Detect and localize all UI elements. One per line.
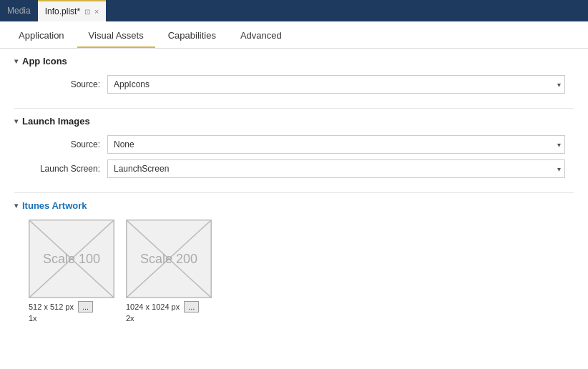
- artwork-item-1x: Scale 100 512 x 512 px ... 1x: [29, 220, 114, 323]
- section-launch-images-title: Launch Images: [22, 116, 90, 127]
- artwork-item-2x: Scale 200 1024 x 1024 px ... 2x: [126, 220, 212, 323]
- launch-images-source-label: Source:: [29, 139, 107, 149]
- tab-advanced[interactable]: Advanced: [229, 24, 293, 48]
- artwork-scale-label-1x: Scale 100: [43, 252, 100, 267]
- section-itunes-header: ▾ Itunes Artwork: [14, 200, 574, 211]
- artwork-browse-btn-1x[interactable]: ...: [78, 301, 93, 313]
- app-icons-source-select-wrapper: AppIcons None Custom ▾: [107, 75, 565, 94]
- tab-capabilities[interactable]: Capabilities: [157, 24, 227, 48]
- divider-2: [14, 192, 574, 193]
- section-itunes-artwork: ▾ Itunes Artwork Scale 100 512 x 512 px …: [14, 200, 574, 323]
- artwork-label-row-2x: 1024 x 1024 px ...: [126, 301, 199, 313]
- launch-screen-row: Launch Screen: LaunchScreen None Custom …: [14, 159, 574, 178]
- artwork-size-2x: 1024 x 1024 px: [126, 302, 180, 311]
- artwork-browse-btn-2x[interactable]: ...: [184, 301, 199, 313]
- app-icons-source-select[interactable]: AppIcons None Custom: [107, 75, 565, 94]
- chevron-itunes[interactable]: ▾: [14, 202, 18, 210]
- close-icon[interactable]: ×: [94, 7, 99, 16]
- artwork-scale-label-2x: Scale 200: [140, 252, 197, 267]
- artwork-box-1x: Scale 100: [29, 220, 114, 298]
- section-launch-images-header: ▾ Launch Images: [14, 116, 574, 127]
- artwork-scale-2x: 2x: [126, 314, 134, 323]
- nav-tabs: Application Visual Assets Capabilities A…: [0, 21, 588, 49]
- section-app-icons: ▾ App Icons Source: AppIcons None Custom…: [14, 56, 574, 94]
- tab-visual-assets[interactable]: Visual Assets: [77, 24, 155, 48]
- divider-1: [14, 108, 574, 109]
- section-app-icons-title: App Icons: [22, 56, 67, 67]
- app-icons-source-label: Source:: [29, 79, 107, 89]
- tab-infoplist-label: Info.plist*: [45, 6, 80, 16]
- launch-images-source-select-wrapper: None LaunchImages Custom ▾: [107, 135, 565, 154]
- chevron-launch-images[interactable]: ▾: [14, 117, 18, 125]
- launch-screen-select-wrapper: LaunchScreen None Custom ▾: [107, 159, 565, 178]
- launch-screen-label: Launch Screen:: [29, 164, 107, 174]
- artwork-label-row-1x: 512 x 512 px ...: [29, 301, 93, 313]
- artwork-size-1x: 512 x 512 px: [29, 302, 74, 311]
- launch-images-source-select[interactable]: None LaunchImages Custom: [107, 135, 565, 154]
- tab-media[interactable]: Media: [0, 0, 38, 21]
- artwork-box-2x: Scale 200: [126, 220, 212, 298]
- pin-icon[interactable]: ⊡: [84, 8, 90, 16]
- app-icons-source-row: Source: AppIcons None Custom ▾: [14, 75, 574, 94]
- artwork-scale-1x: 1x: [29, 314, 37, 323]
- section-itunes-title: Itunes Artwork: [22, 200, 87, 211]
- tab-infoplist[interactable]: Info.plist* ⊡ ×: [38, 0, 107, 21]
- main-content: ▾ App Icons Source: AppIcons None Custom…: [0, 49, 588, 369]
- artwork-grid: Scale 100 512 x 512 px ... 1x Scale 200: [14, 220, 574, 323]
- tab-media-label: Media: [7, 6, 31, 16]
- section-app-icons-header: ▾ App Icons: [14, 56, 574, 67]
- title-bar: Media Info.plist* ⊡ ×: [0, 0, 588, 21]
- chevron-app-icons[interactable]: ▾: [14, 57, 18, 65]
- launch-images-source-row: Source: None LaunchImages Custom ▾: [14, 135, 574, 154]
- section-launch-images: ▾ Launch Images Source: None LaunchImage…: [14, 116, 574, 178]
- tab-application[interactable]: Application: [7, 24, 76, 48]
- launch-screen-select[interactable]: LaunchScreen None Custom: [107, 159, 565, 178]
